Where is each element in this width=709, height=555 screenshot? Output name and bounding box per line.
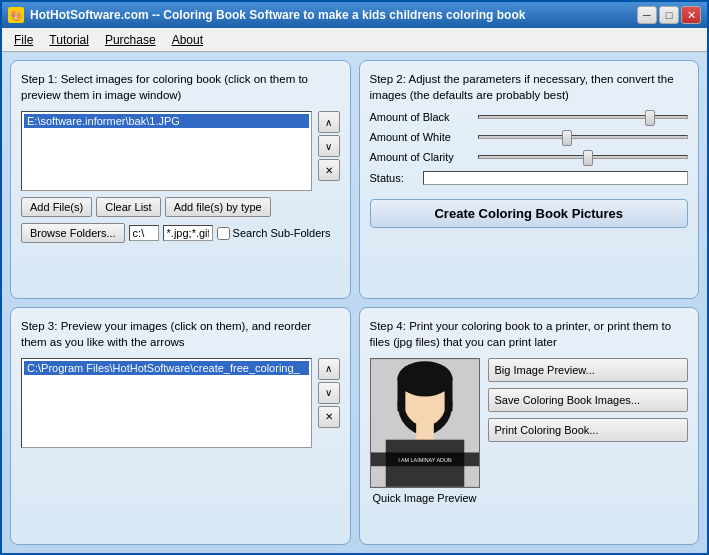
param-white-row: Amount of White (370, 131, 689, 143)
menu-purchase[interactable]: Purchase (97, 31, 164, 49)
content-area: Step 1: Select images for coloring book … (2, 52, 707, 553)
step1-panel: Step 1: Select images for coloring book … (10, 60, 351, 299)
big-image-preview-button[interactable]: Big Image Preview... (488, 358, 689, 382)
step3-arrow-down[interactable]: ∨ (318, 382, 340, 404)
step4-panel: Step 4: Print your coloring book to a pr… (359, 307, 700, 546)
step1-title: Step 1: Select images for coloring book … (21, 71, 340, 103)
menu-bar: File Tutorial Purchase About (2, 28, 707, 52)
param-white-slider[interactable] (478, 135, 689, 139)
preview-label: Quick Image Preview (370, 492, 480, 504)
step2-title: Step 2: Adjust the parameters if necessa… (370, 71, 689, 103)
search-subfolders-checkbox[interactable] (217, 227, 230, 240)
step1-btn-row: Add File(s) Clear List Add file(s) by ty… (21, 197, 340, 217)
step2-panel: Step 2: Adjust the parameters if necessa… (359, 60, 700, 299)
step1-file-list-row: E:\software.informer\bak\1.JPG ∧ ∨ ✕ (21, 111, 340, 197)
maximize-button[interactable]: □ (659, 6, 679, 24)
step1-file-list-col: E:\software.informer\bak\1.JPG (21, 111, 312, 197)
status-label: Status: (370, 172, 415, 184)
step1-arrow-x[interactable]: ✕ (318, 159, 340, 181)
step1-arrow-down[interactable]: ∨ (318, 135, 340, 157)
param-black-label: Amount of Black (370, 111, 470, 123)
preview-image[interactable]: I AM LAIMINAY ADUN (370, 358, 480, 488)
menu-about[interactable]: About (164, 31, 211, 49)
param-clarity-slider[interactable] (478, 155, 689, 159)
create-coloring-book-button[interactable]: Create Coloring Book Pictures (370, 199, 689, 228)
param-black-slider[interactable] (478, 115, 689, 119)
step3-arrow-buttons: ∧ ∨ ✕ (318, 358, 340, 428)
search-subfolders-label: Search Sub-Folders (217, 227, 331, 240)
right-panel: Step 2: Adjust the parameters if necessa… (359, 60, 700, 545)
status-row: Status: (370, 171, 689, 185)
add-by-type-button[interactable]: Add file(s) by type (165, 197, 271, 217)
step1-file-item[interactable]: E:\software.informer\bak\1.JPG (24, 114, 309, 128)
step4-content: I AM LAIMINAY ADUN Quick Image Preview B… (370, 358, 689, 504)
param-black-thumb[interactable] (645, 110, 655, 126)
svg-rect-5 (444, 377, 452, 411)
svg-point-3 (397, 361, 452, 396)
param-white-label: Amount of White (370, 131, 470, 143)
print-coloring-book-button[interactable]: Print Coloring Book... (488, 418, 689, 442)
preview-svg: I AM LAIMINAY ADUN (371, 359, 479, 487)
window-icon: 🎨 (8, 7, 24, 23)
step4-buttons: Big Image Preview... Save Coloring Book … (488, 358, 689, 504)
param-white-thumb[interactable] (562, 130, 572, 146)
step3-arrow-x[interactable]: ✕ (318, 406, 340, 428)
main-window: 🎨 HotHotSoftware.com -- Coloring Book So… (0, 0, 709, 555)
step3-file-item[interactable]: C:\Program Files\HotHotSoftware\create_f… (24, 361, 309, 375)
step4-title: Step 4: Print your coloring book to a pr… (370, 318, 689, 350)
step3-panel: Step 3: Preview your images (click on th… (10, 307, 351, 546)
step3-file-list-row: C:\Program Files\HotHotSoftware\create_f… (21, 358, 340, 454)
step1-file-listbox[interactable]: E:\software.informer\bak\1.JPG (21, 111, 312, 191)
left-panel: Step 1: Select images for coloring book … (10, 60, 351, 545)
svg-rect-4 (397, 377, 405, 411)
save-coloring-book-images-button[interactable]: Save Coloring Book Images... (488, 388, 689, 412)
title-buttons: ─ □ ✕ (637, 6, 701, 24)
close-button[interactable]: ✕ (681, 6, 701, 24)
step3-file-list-col: C:\Program Files\HotHotSoftware\create_f… (21, 358, 312, 454)
step1-arrow-up[interactable]: ∧ (318, 111, 340, 133)
status-bar (423, 171, 689, 185)
preview-image-container: I AM LAIMINAY ADUN Quick Image Preview (370, 358, 480, 504)
menu-file[interactable]: File (6, 31, 41, 49)
step1-browse-row: Browse Folders... Search Sub-Folders (21, 223, 340, 243)
minimize-button[interactable]: ─ (637, 6, 657, 24)
step3-title: Step 3: Preview your images (click on th… (21, 318, 340, 350)
param-black-row: Amount of Black (370, 111, 689, 123)
param-clarity-thumb[interactable] (583, 150, 593, 166)
svg-text:I AM LAIMINAY ADUN: I AM LAIMINAY ADUN (398, 457, 452, 463)
menu-tutorial[interactable]: Tutorial (41, 31, 97, 49)
file-types-input[interactable] (163, 225, 213, 241)
add-files-button[interactable]: Add File(s) (21, 197, 92, 217)
param-clarity-row: Amount of Clarity (370, 151, 689, 163)
browse-path-input[interactable] (129, 225, 159, 241)
step3-arrow-up[interactable]: ∧ (318, 358, 340, 380)
title-bar-left: 🎨 HotHotSoftware.com -- Coloring Book So… (8, 7, 525, 23)
browse-folders-button[interactable]: Browse Folders... (21, 223, 125, 243)
step3-file-listbox[interactable]: C:\Program Files\HotHotSoftware\create_f… (21, 358, 312, 448)
window-title: HotHotSoftware.com -- Coloring Book Soft… (30, 8, 525, 22)
param-clarity-label: Amount of Clarity (370, 151, 470, 163)
step1-arrow-buttons: ∧ ∨ ✕ (318, 111, 340, 181)
clear-list-button[interactable]: Clear List (96, 197, 160, 217)
title-bar: 🎨 HotHotSoftware.com -- Coloring Book So… (2, 2, 707, 28)
